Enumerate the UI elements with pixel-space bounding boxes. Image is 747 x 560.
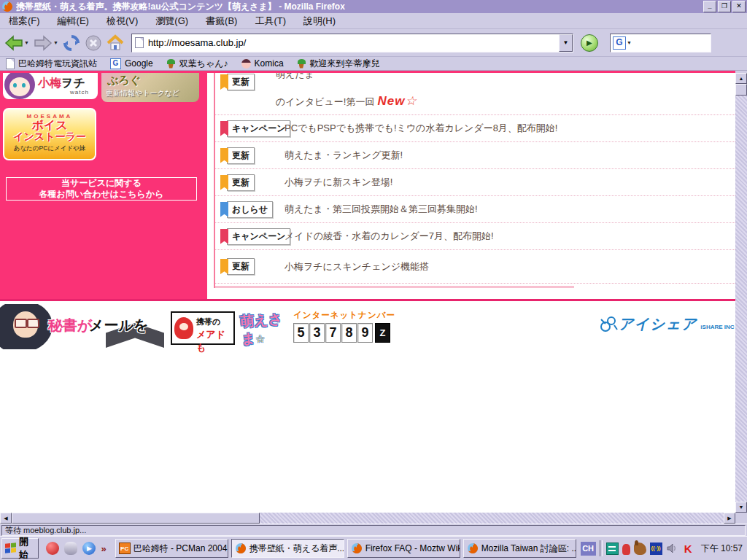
menu-go[interactable]: 瀏覽(G)	[147, 13, 197, 29]
restore-button[interactable]: ❐	[718, 1, 731, 12]
news-link[interactable]: 小梅ヲチに新スキン登場!	[285, 176, 392, 189]
scroll-left-button[interactable]: ◀	[0, 513, 12, 524]
back-dropdown-icon[interactable]: ▼	[24, 40, 29, 45]
google-search-icon[interactable]: G	[613, 36, 626, 50]
ime-tray-icon[interactable]	[606, 542, 619, 555]
horizontal-scrollbar[interactable]: ◀ ▶	[0, 513, 735, 524]
news-link[interactable]: メイドの綾香・水着のカレンダー7月、配布開始!	[285, 230, 494, 243]
scroll-right-button[interactable]: ▶	[724, 513, 735, 524]
start-button[interactable]: 開始	[1, 538, 39, 559]
search-input[interactable]: G ▼	[610, 34, 711, 52]
news-badge: 更新	[220, 174, 255, 191]
start-label: 開始	[19, 535, 32, 560]
news-link[interactable]: 小梅ヲチにスキンチェンジ機能搭	[285, 260, 429, 273]
taskbar-button-firefox-active[interactable]: 携帯壁紙・萌える着声...	[231, 539, 344, 558]
close-button[interactable]: ✕	[732, 1, 746, 12]
news-row: キャンペーン メイドの綾香・水着のカレンダー7月、配布開始!	[215, 223, 735, 250]
digit: 8	[341, 323, 357, 343]
internet-number-label: インターネットナンバー	[293, 310, 395, 321]
wireless-tray-icon[interactable]: ((·))	[650, 542, 662, 555]
navigation-toolbar: ▼ ▼	[0, 29, 747, 57]
menu-help[interactable]: 說明(H)	[295, 13, 344, 29]
menu-bookmarks[interactable]: 書籤(B)	[197, 13, 246, 29]
news-badge: おしらせ	[220, 201, 273, 218]
volume-tray-icon[interactable]	[666, 542, 678, 555]
menu-file[interactable]: 檔案(F)	[0, 13, 49, 29]
news-link[interactable]: 萌えたま・第三回投票開始＆第三回募集開始!	[285, 203, 478, 216]
secretary-mail-banner[interactable]: 秘書が メールを	[0, 304, 169, 349]
app-tray-icon[interactable]	[622, 544, 630, 555]
news-badge: キャンペーン	[220, 228, 290, 245]
window-title: 携帯壁紙・萌える着声。携帯攻略!au公式コンテンツ【萌えさま】 - Mozill…	[16, 1, 702, 13]
ishare-katakana: アイシェア	[619, 314, 697, 334]
mobile-mail-banner[interactable]: 携帯の メアドも	[171, 311, 235, 345]
glasses-icon	[27, 319, 39, 328]
banner-title: ぶろぐ	[107, 74, 141, 88]
taskbar-button-firefox-faq[interactable]: Firefox FAQ - Moztw Wik...	[347, 539, 460, 558]
language-indicator[interactable]: CH	[581, 542, 596, 556]
news-link[interactable]: PCでもPSPでも携帯でも!ミウの水着カレンダー8月、配布開始!	[285, 122, 558, 135]
menu-tools[interactable]: 工具(T)	[246, 13, 295, 29]
contact-link-box[interactable]: 当サービスに関する 各種お問い合わせはこちらから	[6, 177, 197, 201]
badge-label: キャンペーン	[227, 120, 290, 137]
footer-banners: 秘書が メールを 携帯の メアドも 萌えさま☆ インターネットナンバー 5 3 …	[0, 304, 735, 351]
bookmark-komica[interactable]: Komica	[241, 58, 284, 69]
bookmark-futaba[interactable]: 双葉ちゃん♪	[166, 58, 228, 70]
menu-edit[interactable]: 編輯(E)	[49, 13, 98, 29]
news-link-clipped[interactable]: 萌えたま	[276, 73, 314, 81]
moesama-logo[interactable]: 萌えさま☆	[239, 310, 291, 349]
red-app-icon[interactable]	[46, 542, 59, 555]
banner-subtitle: 更新情報やトークなど	[106, 88, 179, 98]
system-tray: CH ((·)) K 下午 10:57	[576, 540, 747, 557]
menu-view[interactable]: 檢視(V)	[98, 13, 147, 29]
bookmark-gamer[interactable]: 巴哈姆特電玩資訊站	[6, 58, 97, 70]
url-bar[interactable]: http://moesama.club.jp/ ▼	[131, 34, 573, 52]
stop-button[interactable]	[85, 34, 102, 52]
taskbar-button-pcman[interactable]: PC 巴哈姆特 - PCMan 2004	[115, 539, 228, 558]
back-button[interactable]: ▼	[4, 35, 29, 51]
update-flag-icon	[220, 259, 228, 274]
menu-bar: 檔案(F) 編輯(E) 檢視(V) 瀏覽(G) 書籤(B) 工具(T) 說明(H…	[0, 13, 747, 29]
koume-watch-banner[interactable]: 小梅ヲチ watch	[3, 73, 98, 99]
search-engine-dropdown-icon[interactable]: ▼	[627, 40, 632, 45]
mouse-tool-icon[interactable]	[64, 542, 77, 555]
badge-label: おしらせ	[227, 201, 273, 218]
vertical-scrollbar[interactable]: ▲ ▼	[735, 73, 747, 513]
forward-dropdown-icon[interactable]: ▼	[53, 40, 58, 45]
quick-launch-overflow-chevron[interactable]: »	[101, 543, 106, 554]
ishare-logo[interactable]: アイシェア iSHARE INC	[598, 314, 735, 334]
home-button[interactable]	[107, 34, 124, 52]
quick-launch: ▶ »	[46, 542, 106, 555]
url-dropdown-button[interactable]: ▼	[559, 34, 573, 52]
banner-title-line1: ボイス	[4, 120, 95, 131]
internet-number-banner[interactable]: インターネットナンバー 5 3 7 8 9 Z	[293, 310, 395, 343]
taskbar-clock[interactable]: 下午 10:57	[701, 542, 743, 555]
vertical-scroll-thumb[interactable]	[735, 84, 747, 96]
task-label: 携帯壁紙・萌える着声...	[249, 542, 344, 555]
mascot-tray-icon[interactable]	[634, 542, 646, 555]
status-text: 等待 moeblog.club.jp...	[1, 525, 746, 536]
contact-line2: 各種お問い合わせはこちらから	[7, 189, 196, 200]
bookmark-google[interactable]: G Google	[110, 58, 153, 69]
scroll-down-button[interactable]: ▼	[735, 502, 747, 513]
url-text[interactable]: http://moesama.club.jp/	[148, 37, 559, 48]
scrollbar-corner	[735, 513, 747, 524]
bookmark-cindymore[interactable]: 歡迎來到辛蒂摩兒	[297, 58, 380, 70]
minimize-button[interactable]: _	[703, 1, 716, 12]
go-button[interactable]: ▶	[581, 34, 598, 52]
plant-icon	[166, 59, 176, 69]
reload-button[interactable]	[63, 34, 80, 52]
forward-button[interactable]: ▼	[34, 35, 58, 51]
scroll-up-button[interactable]: ▲	[735, 73, 747, 84]
update-flag-icon	[220, 175, 228, 190]
voice-installer-banner[interactable]: MOESAMA ボイス インストーラー あなたのPCにメイドや妹	[3, 108, 96, 160]
news-badge: キャンペーン	[220, 120, 290, 137]
blog-banner[interactable]: ぶろぐ 更新情報やトークなど	[101, 73, 199, 102]
news-link[interactable]: のインタビュー!第一回New☆	[276, 93, 417, 109]
news-link[interactable]: 萌えたま・ランキング更新!	[285, 149, 403, 162]
antivirus-tray-icon[interactable]: K	[682, 542, 694, 555]
taskbar-button-mozilla-taiwan[interactable]: Mozilla Taiwan 討論區: ...	[463, 539, 576, 558]
media-player-icon[interactable]: ▶	[82, 542, 96, 555]
horizontal-scroll-thumb[interactable]	[12, 513, 260, 524]
back-arrow-icon	[4, 35, 23, 51]
